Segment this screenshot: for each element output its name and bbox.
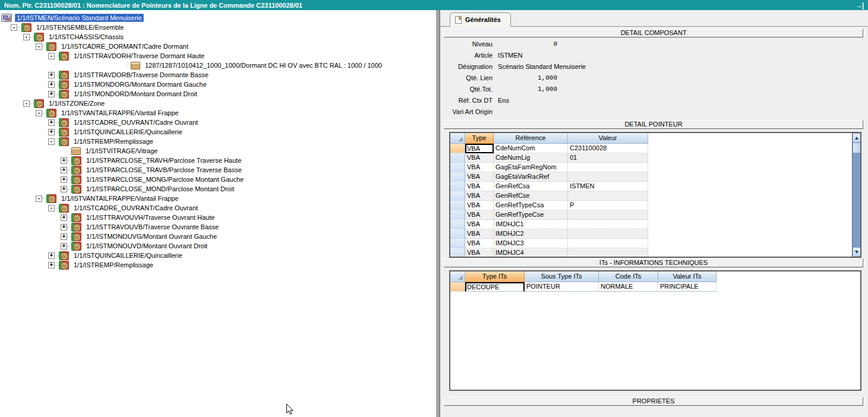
scrollbar-down-button[interactable]	[853, 247, 861, 257]
tree-item[interactable]: -1/1/ISTENSEMBLE/Ensemble	[0, 23, 435, 32]
grid-cell[interactable]: GenRefTypeCsa	[494, 201, 568, 210]
tree-item[interactable]: +1/1/ISTQUINCAILLERIE/Quincaillerie	[0, 127, 435, 137]
tree-item-label[interactable]: 1/1/ISTMONDORG/Montant Dormant Gauche	[72, 80, 209, 89]
collapse-minus-icon[interactable]: -	[11, 24, 17, 31]
tree-item[interactable]: +1/1/ISTPARCLOSE_TRAVH/Parclose Traverse…	[0, 156, 435, 165]
grid-cell[interactable]: GagEtaVarRacRef	[494, 172, 568, 182]
tree-item[interactable]: +1/1/ISTTRAVDORB/Traverse Dormante Basse	[0, 70, 435, 80]
row-selector-cell[interactable]	[450, 282, 465, 292]
grid-cell[interactable]: C231100028	[568, 144, 648, 153]
collapse-minus-icon[interactable]: -	[48, 205, 55, 211]
tree-item-label[interactable]: 1/1/ISTCADRE_DORMANT/Cadre Dormant	[59, 42, 190, 50]
panel-splitter[interactable]	[435, 10, 440, 417]
jump-right-icon[interactable]: →|	[856, 1, 863, 10]
grid-cell[interactable]: VBA	[465, 201, 494, 210]
tree-item[interactable]: +1/1/ISTPARCLOSE_MONG/Parclose Montant G…	[0, 175, 435, 184]
vertical-scrollbar[interactable]	[852, 133, 860, 257]
grid-cell[interactable]	[568, 248, 648, 258]
grid-cell[interactable]: CdeNumLig	[494, 153, 568, 163]
expand-plus-icon[interactable]: +	[61, 214, 67, 221]
tab-generalites[interactable]: Généralités	[450, 12, 511, 27]
tree-item[interactable]: +1/1/ISTMONDORD/Montant Dormant Droit	[0, 89, 435, 99]
column-header[interactable]: Valeur ITs	[658, 271, 717, 282]
tree-item-label[interactable]: 1/1/ISTENSEMBLE/Ensemble	[34, 23, 125, 31]
collapse-minus-icon[interactable]: -	[48, 53, 55, 59]
tree-item-label[interactable]: 1/1/ISTQUINCAILLERIE/Quincaillerie	[72, 128, 184, 136]
tree-item-label[interactable]: 1/1/ISTTRAVDORH/Traverse Dormant Haute	[72, 52, 206, 60]
tree-item[interactable]: +1/1/ISTMONDORG/Montant Dormant Gauche	[0, 80, 435, 89]
grid-cell[interactable]: VBA	[465, 163, 494, 172]
tree-item[interactable]: 1/1/ISTMEN/Scénario Standard Menuiserie	[0, 13, 435, 23]
row-selector-cell[interactable]	[450, 153, 465, 163]
collapse-minus-icon[interactable]: -	[36, 43, 42, 50]
grid-cell[interactable]: VBA	[465, 239, 494, 248]
tree-item[interactable]: -1/1/ISTCADRE_DORMANT/Cadre Dormant	[0, 42, 435, 51]
column-header[interactable]: Type	[465, 133, 494, 144]
tree-item[interactable]: -1/1/ISTVANTAILFRAPPE/Vantail Frappe	[0, 194, 435, 203]
column-header[interactable]: Référence	[494, 133, 568, 144]
grid-cell[interactable]: IMDHJC3	[494, 239, 568, 248]
grid-cell[interactable]	[568, 163, 648, 172]
grid-cell[interactable]: DECOUPE	[465, 282, 525, 292]
grid-cell[interactable]: POINTEUR	[525, 282, 599, 292]
collapse-minus-icon[interactable]: -	[23, 34, 30, 40]
row-selector-cell[interactable]	[450, 220, 465, 229]
expand-plus-icon[interactable]: +	[48, 252, 55, 259]
row-selector-cell[interactable]	[450, 229, 465, 239]
tree-item[interactable]: +1/1/ISTCADRE_OUVRANT/Cadre Ouvrant	[0, 118, 435, 127]
grid-cell[interactable]: NORMALE	[599, 282, 658, 292]
tree-item-label[interactable]: 1/1/ISTMONDORD/Montant Dormant Droit	[72, 90, 199, 98]
tree-item[interactable]: -1/1/ISTVITRAGE/Vitrage	[0, 146, 435, 156]
collapse-minus-icon[interactable]: -	[36, 195, 42, 202]
row-selector-cell[interactable]	[450, 201, 465, 210]
tree-item[interactable]: -1/1/ISTTRAVDORH/Traverse Dormant Haute	[0, 51, 435, 61]
expand-plus-icon[interactable]: +	[61, 176, 67, 183]
grid-cell[interactable]: IMDHJC4	[494, 248, 568, 258]
grid-cell[interactable]: VBA	[465, 210, 494, 220]
grid-cell[interactable]	[568, 220, 648, 229]
tree-item-label[interactable]: 1/1/ISTPARCLOSE_MOND/Parclose Montant Dr…	[84, 185, 236, 193]
expand-plus-icon[interactable]: +	[61, 233, 67, 240]
grid-cell[interactable]: VBA	[465, 144, 494, 153]
grid-cell[interactable]: GenRefCsa	[494, 182, 568, 191]
tree-item[interactable]: -1/1/ISTCHASSIS/Chassis	[0, 32, 435, 42]
column-header[interactable]: Type ITs	[465, 271, 525, 282]
grid-cell[interactable]: GenRefTypeCse	[494, 210, 568, 220]
tree-item[interactable]: -1/1/ISTVANTAILFRAPPE/Vantail Frappe	[0, 108, 435, 118]
grid-cell[interactable]: CdeNumCom	[494, 144, 568, 153]
collapse-minus-icon[interactable]: -	[23, 100, 30, 107]
collapse-minus-icon[interactable]: -	[36, 110, 42, 116]
grid-cell[interactable]	[568, 191, 648, 201]
grid-cell[interactable]: VBA	[465, 182, 494, 191]
tree-item-label[interactable]: 1/1/ISTCHASSIS/Chassis	[47, 33, 125, 41]
tree-item-label[interactable]: 1/1/ISTREMP/Remplissage	[72, 137, 155, 146]
tree-item-label[interactable]: 1/1/ISTPARCLOSE_TRAVH/Parclose Traverse …	[84, 156, 243, 165]
row-selector-cell[interactable]	[450, 239, 465, 248]
tree-item-label[interactable]: 1/1/ISTREMP/Remplissage	[72, 261, 155, 269]
expand-plus-icon[interactable]: +	[48, 72, 55, 78]
expand-plus-icon[interactable]: +	[48, 129, 55, 135]
scrollbar-up-button[interactable]	[853, 133, 861, 143]
row-selector-cell[interactable]	[450, 144, 465, 153]
row-selector-cell[interactable]	[450, 182, 465, 191]
grid-cell[interactable]	[568, 172, 648, 182]
tree-item-label[interactable]: 1/1/ISTPARCLOSE_TRAVB/Parclose Traverse …	[84, 166, 244, 174]
tree-item-label[interactable]: 1/1/ISTTRAVOUVB/Traverse Ouvrante Basse	[84, 223, 220, 231]
grid-cell[interactable]	[568, 210, 648, 220]
row-selector-cell[interactable]	[450, 163, 465, 172]
column-header[interactable]: Valeur	[568, 133, 648, 144]
expand-plus-icon[interactable]: +	[48, 81, 55, 88]
tree-item-label[interactable]: 1/1/ISTZONE/Zone	[47, 99, 106, 108]
tree-item[interactable]: +1/1/ISTQUINCAILLERIE/Quincaillerie	[0, 251, 435, 260]
grid-cell[interactable]: VBA	[465, 220, 494, 229]
row-selector-cell[interactable]	[450, 172, 465, 182]
tree-item[interactable]: +1/1/ISTREMP/Remplissage	[0, 260, 435, 270]
expand-plus-icon[interactable]: +	[48, 262, 55, 268]
expand-plus-icon[interactable]: +	[61, 167, 67, 173]
grid-cell[interactable]: VBA	[465, 248, 494, 258]
grid-corner-cell[interactable]	[450, 133, 465, 144]
expand-plus-icon[interactable]: +	[48, 91, 55, 97]
grid-cell[interactable]: IMDHJC1	[494, 220, 568, 229]
row-selector-cell[interactable]	[450, 248, 465, 258]
column-header[interactable]: Sous Type ITs	[525, 271, 599, 282]
